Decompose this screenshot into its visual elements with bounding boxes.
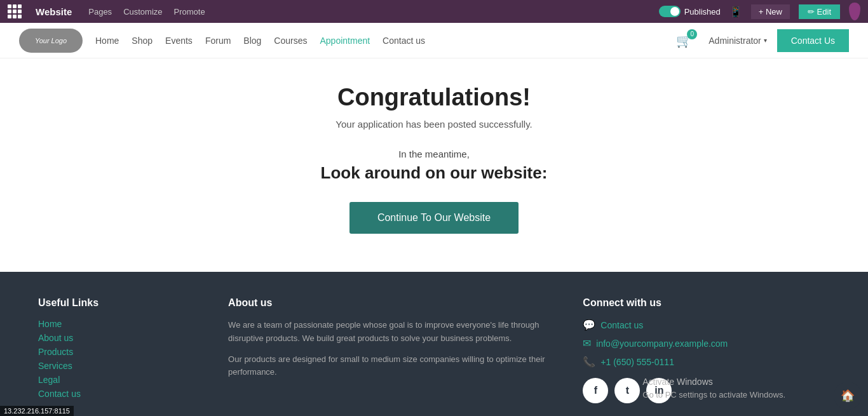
social-icons: f t in: [583, 378, 830, 403]
nav-courses[interactable]: Courses: [274, 36, 307, 46]
about-heading: About us: [228, 297, 557, 309]
logo-text: Your Logo: [35, 37, 67, 44]
new-button[interactable]: + New: [751, 4, 790, 19]
nav-shop[interactable]: Shop: [132, 36, 153, 46]
footer-connect: Connect with us 💬 Contact us ✉ info@your…: [583, 297, 830, 403]
admin-label: Administrator: [709, 36, 761, 46]
nav-appointment[interactable]: Appointment: [320, 36, 370, 46]
admin-promote-link[interactable]: Promote: [174, 7, 205, 17]
about-body: We are a team of passionate people whose…: [228, 319, 557, 379]
cart-badge: 0: [687, 29, 697, 39]
toggle-knob: [670, 7, 679, 16]
congratulations-title: Congratulations!: [13, 84, 855, 111]
success-message: Your application has been posted success…: [13, 119, 855, 130]
email-icon: ✉: [583, 337, 591, 349]
social-facebook[interactable]: f: [583, 378, 608, 403]
admin-dropdown[interactable]: Administrator ▾: [709, 36, 766, 46]
about-text-2: Our products are designed for small to m…: [228, 353, 557, 380]
social-linkedin[interactable]: in: [646, 378, 672, 403]
nav-links: Home Shop Events Forum Blog Courses Appo…: [95, 36, 666, 46]
footer-link-contact[interactable]: Contact us: [38, 389, 203, 399]
footer-link-legal[interactable]: Legal: [38, 375, 203, 385]
footer-link-products[interactable]: Products: [38, 347, 203, 357]
published-toggle[interactable]: Published: [659, 6, 721, 17]
footer-about: About us We are a team of passionate peo…: [228, 297, 557, 403]
connect-contact[interactable]: 💬 Contact us: [583, 319, 830, 331]
footer-useful-links: Useful Links Home About us Products Serv…: [38, 297, 203, 403]
continue-button[interactable]: Continue To Our Website: [349, 202, 519, 234]
nav-forum[interactable]: Forum: [205, 36, 231, 46]
connect-email-label: info@yourcompany.example.com: [596, 339, 728, 349]
nav-contact[interactable]: Contact us: [383, 36, 425, 46]
contact-us-button[interactable]: Contact Us: [777, 29, 849, 52]
nav-home[interactable]: Home: [95, 36, 119, 46]
connect-contact-label: Contact us: [600, 320, 643, 330]
published-label: Published: [684, 7, 721, 17]
chat-icon: 💬: [583, 319, 595, 331]
connect-email[interactable]: ✉ info@yourcompany.example.com: [583, 337, 830, 349]
connect-heading: Connect with us: [583, 297, 830, 309]
main-content: Congratulations! Your application has be…: [0, 58, 868, 272]
toggle-switch[interactable]: [659, 6, 681, 17]
footer-link-about[interactable]: About us: [38, 333, 203, 343]
admin-bar-title: Website: [36, 6, 72, 17]
about-text-1: We are a team of passionate people whose…: [228, 319, 557, 346]
admin-pages-link[interactable]: Pages: [88, 7, 112, 17]
grid-icon[interactable]: [8, 4, 22, 18]
connect-phone[interactable]: 📞 +1 (650) 555-0111: [583, 356, 830, 368]
nav-blog[interactable]: Blog: [243, 36, 261, 46]
nav-events[interactable]: Events: [165, 36, 193, 46]
admin-bar-left: Website Pages Customize Promote: [8, 4, 205, 18]
admin-bar: Website Pages Customize Promote Publishe…: [0, 0, 868, 23]
footer-link-home[interactable]: Home: [38, 319, 203, 329]
cart-area[interactable]: 🛒 0: [676, 33, 692, 48]
connect-phone-label: +1 (650) 555-0111: [600, 357, 674, 367]
mobile-icon[interactable]: 📱: [729, 6, 742, 18]
ip-badge: 13.232.216.157:8115: [0, 406, 74, 416]
admin-customize-link[interactable]: Customize: [123, 7, 162, 17]
footer-link-services[interactable]: Services: [38, 361, 203, 371]
admin-bar-right: Published 📱 + New ✏ Edit: [659, 3, 860, 20]
useful-links-heading: Useful Links: [38, 297, 203, 309]
edit-button[interactable]: ✏ Edit: [799, 4, 840, 19]
logo[interactable]: Your Logo: [19, 29, 83, 53]
drop-icon: [849, 3, 860, 20]
social-twitter[interactable]: t: [614, 378, 640, 403]
look-around-text: Look around on our website:: [13, 163, 855, 183]
navbar: Your Logo Home Shop Events Forum Blog Co…: [0, 23, 868, 58]
footer: Useful Links Home About us Products Serv…: [0, 272, 868, 416]
caret-icon: ▾: [764, 37, 767, 44]
home-fixed-button[interactable]: 🏠: [834, 382, 862, 410]
phone-icon: 📞: [583, 356, 595, 368]
useful-links-list: Home About us Products Services Legal Co…: [38, 319, 203, 399]
meantime-text: In the meantime,: [13, 149, 855, 159]
